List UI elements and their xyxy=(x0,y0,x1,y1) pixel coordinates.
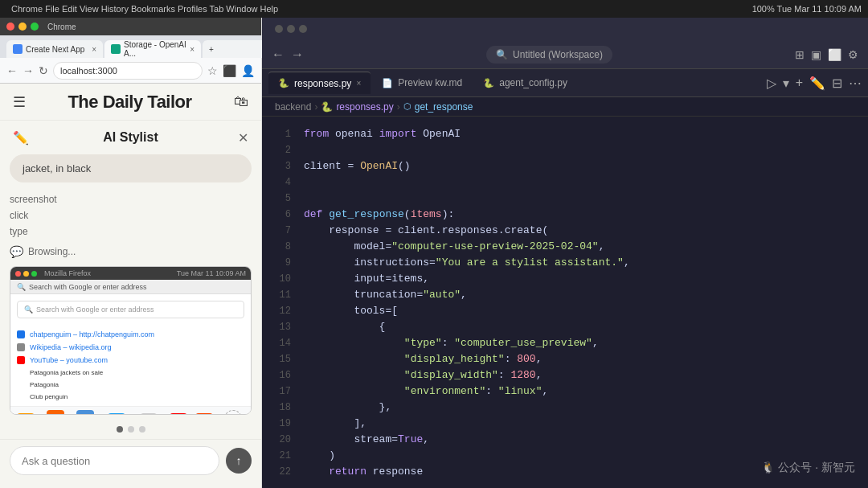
line-content: "environment": "linux", xyxy=(304,383,855,400)
pencil-icon[interactable]: ✏️ xyxy=(809,76,825,91)
line-number: 21 xyxy=(262,448,291,464)
mini-browser-addr: 🔍 Search with Google or enter address xyxy=(10,280,251,294)
pagination-dot-3[interactable] xyxy=(139,426,145,433)
token-plain: }, xyxy=(304,401,391,413)
token-cls: OpenAI xyxy=(360,160,398,172)
line-number: 11 xyxy=(262,287,291,303)
ai-panel-title: AI Stylist xyxy=(103,130,158,145)
settings-icon[interactable]: ⚙ xyxy=(848,48,858,61)
menu-icon[interactable]: ☰ xyxy=(13,93,26,111)
tab-label-openai: Storage - OpenAI A... xyxy=(124,40,186,58)
mini-result-2: Wikipedia – wikipedia.org xyxy=(17,341,244,354)
browser-titlebar: Chrome xyxy=(0,18,261,35)
more-icon[interactable]: ⋯ xyxy=(849,76,862,91)
tab-favicon-create xyxy=(13,44,23,54)
new-tab-plus: + xyxy=(209,45,214,54)
tab-close-openai[interactable]: × xyxy=(190,45,194,54)
code-line: 14 "type": "computer_use_preview", xyxy=(262,335,868,351)
mini-bm-icon-multiblock xyxy=(76,410,94,415)
token-plain: : xyxy=(485,385,498,397)
split-view-icon[interactable]: ⊞ xyxy=(795,48,805,61)
address-bar[interactable]: localhost:3000 xyxy=(53,62,203,80)
tab-close-create[interactable]: × xyxy=(92,45,96,54)
editor-tab-agent-config[interactable]: 🐍 agent_config.py xyxy=(473,72,577,94)
browsing-icon: 💬 xyxy=(10,245,23,258)
browser-tab-create-next-app[interactable]: Create Next App × xyxy=(6,40,103,58)
extensions-button[interactable]: ⬛ xyxy=(223,64,236,77)
token-plain: ], xyxy=(304,417,366,429)
editor-search-text: Untitled (Workspace) xyxy=(513,49,603,60)
line-content: def get_response(items): xyxy=(304,207,855,223)
split-editor-icon[interactable]: ⊟ xyxy=(832,76,842,91)
mini-result-3: YouTube – youtube.com xyxy=(17,354,244,367)
line-content: }, xyxy=(304,400,855,416)
line-number: 3 xyxy=(262,158,291,174)
chrome-label: Chrome xyxy=(47,23,76,31)
code-line: 18 }, xyxy=(262,400,868,416)
pagination-dot-2[interactable] xyxy=(128,426,134,433)
line-content: stream=True, xyxy=(304,432,855,448)
browsing-indicator: 💬 Browsing... xyxy=(0,242,261,261)
app-title: The Daily Tailor xyxy=(68,92,191,113)
mini-favicon-3 xyxy=(17,356,25,364)
line-content xyxy=(304,191,855,207)
code-line: 7 response = client.responses.create( xyxy=(262,223,868,239)
profile-button[interactable]: 👤 xyxy=(241,64,255,77)
traffic-light-minimize[interactable] xyxy=(18,23,27,31)
token-plain: model= xyxy=(304,240,391,252)
code-line: 15 "display_height": 800, xyxy=(262,351,868,367)
panel-icon[interactable]: ⬜ xyxy=(828,48,841,61)
forward-button[interactable]: → xyxy=(23,64,34,77)
line-content: "type": "computer_use_preview", xyxy=(304,335,855,351)
traffic-light-close[interactable] xyxy=(6,23,14,31)
editor-back-button[interactable]: ← xyxy=(272,47,285,62)
token-plain: client = xyxy=(304,160,360,172)
traffic-light-maximize[interactable] xyxy=(31,23,39,31)
code-line: 9 instructions="You are a stylist assist… xyxy=(262,255,868,271)
browser-chrome: Chrome Create Next App × Storage - OpenA… xyxy=(0,18,261,84)
sidebar-icon[interactable]: ▣ xyxy=(811,48,821,61)
tab-close-responses[interactable]: × xyxy=(356,79,361,88)
line-number: 19 xyxy=(262,416,291,432)
pagination-dot-1[interactable] xyxy=(117,426,123,433)
ai-actions: screenshot click type xyxy=(0,189,261,242)
star-button[interactable]: ☆ xyxy=(207,64,218,77)
code-line: 12 tools=[ xyxy=(262,303,868,319)
editor-tab-actions: ▷ ▾ + ✏️ ⊟ ⋯ xyxy=(767,76,862,91)
ai-panel-close-button[interactable]: ✕ xyxy=(238,130,248,146)
mini-tl-green xyxy=(31,271,37,277)
editor-tabs: 🐍 responses.py × 📄 Preview kw.md 🐍 agent… xyxy=(262,69,868,97)
token-plain: : xyxy=(498,369,511,381)
line-content: truncation="auto", xyxy=(304,287,855,303)
run-dropdown-icon[interactable]: ▾ xyxy=(783,76,789,91)
browser-tab-openai[interactable]: Storage - OpenAI A... × xyxy=(104,40,201,58)
add-tab-icon[interactable]: + xyxy=(796,76,803,91)
token-plain: stream= xyxy=(304,433,398,445)
editor-forward-button[interactable]: → xyxy=(291,47,304,62)
mini-tl-yellow xyxy=(23,271,29,277)
token-plain: instructions= xyxy=(304,256,436,269)
chat-send-button[interactable]: ↑ xyxy=(226,448,252,474)
titlebar-dot-2 xyxy=(287,25,295,33)
token-plain: : xyxy=(505,353,518,365)
back-button[interactable]: ← xyxy=(6,64,18,77)
ai-panel: ✏️ AI Stylist ✕ jacket, in black screens… xyxy=(0,121,261,488)
editor-tab-responses[interactable]: 🐍 responses.py × xyxy=(268,72,371,94)
token-plain: OpenAI xyxy=(416,128,461,140)
mini-bookmark-amazon: Amazon xyxy=(15,413,36,416)
line-content xyxy=(304,142,855,158)
line-number: 7 xyxy=(262,223,291,239)
tab-label-create: Create Next App xyxy=(26,45,84,54)
editor-tab-preview[interactable]: 📄 Preview kw.md xyxy=(372,72,472,94)
chat-input[interactable] xyxy=(10,446,219,475)
mini-result-subtext-2: Patagonia xyxy=(17,379,244,391)
run-icon[interactable]: ▷ xyxy=(767,76,776,91)
editor-breadcrumb: backend › 🐍 responses.py › ⬡ get_respons… xyxy=(262,97,868,117)
refresh-button[interactable]: ↻ xyxy=(39,64,48,77)
ai-panel-edit-icon[interactable]: ✏️ xyxy=(13,130,29,146)
cart-icon[interactable]: 🛍 xyxy=(234,93,248,110)
editor-search-box[interactable]: 🔍 Untitled (Workspace) xyxy=(486,46,612,64)
titlebar-dot-3 xyxy=(299,25,307,33)
py-icon: 🐍 xyxy=(278,78,289,88)
mini-bm-icon-youtube xyxy=(170,413,187,416)
